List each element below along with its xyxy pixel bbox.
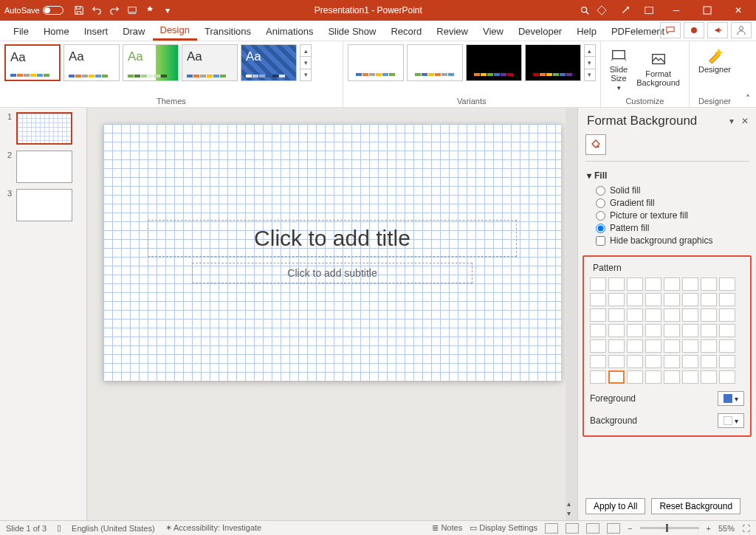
thumbnail-2[interactable]: 2 [3,151,83,183]
pattern-cell[interactable] [701,355,717,368]
pattern-cell[interactable] [682,339,698,353]
pattern-cell[interactable] [590,339,606,353]
autosave-toggle[interactable]: AutoSave [4,6,63,15]
pattern-cell[interactable] [608,339,625,353]
theme-swatch-2[interactable]: Aa [63,44,120,81]
pattern-cell-selected[interactable] [608,370,625,384]
redo-icon[interactable] [106,2,123,18]
fill-section-toggle[interactable]: ▾Fill [587,170,747,181]
background-color-dropdown[interactable]: ▾ [718,413,744,428]
zoom-out-icon[interactable]: − [628,524,632,533]
pattern-cell[interactable] [645,339,662,353]
tab-help[interactable]: Help [569,21,604,41]
tab-draw[interactable]: Draw [115,21,152,41]
ribbon-display-icon[interactable] [638,0,660,21]
account-icon[interactable] [731,22,752,38]
pattern-fill-radio[interactable]: Pattern fill [596,223,747,233]
pattern-cell[interactable] [682,277,698,291]
touch-mode-icon[interactable] [142,2,158,18]
pattern-cell[interactable] [627,308,643,322]
pattern-cell[interactable] [664,293,680,306]
pattern-cell[interactable] [719,308,735,322]
minimize-button[interactable]: ─ [662,0,691,21]
comments-button[interactable] [660,22,681,38]
tab-record[interactable]: Record [383,21,429,41]
designer-button[interactable]: Designer [694,44,735,77]
diamond-icon[interactable] [591,0,613,21]
pattern-cell[interactable] [608,355,625,368]
theme-swatch-3[interactable]: Aa [123,44,179,81]
tab-developer[interactable]: Developer [511,21,569,41]
theme-swatch-4[interactable]: Aa [182,44,238,81]
pattern-cell[interactable] [608,277,625,291]
pattern-cell[interactable] [682,293,698,306]
pattern-cell[interactable] [719,293,735,306]
pattern-cell[interactable] [719,370,735,384]
next-slide-icon[interactable]: ▾ [567,509,571,517]
pattern-cell[interactable] [590,355,606,368]
prev-slide-icon[interactable]: ▴ [567,500,571,508]
undo-icon[interactable] [89,2,105,18]
pattern-cell[interactable] [701,339,717,353]
pattern-cell[interactable] [701,324,717,337]
pattern-cell[interactable] [682,324,698,337]
pattern-cell[interactable] [719,324,735,337]
maximize-button[interactable] [693,0,722,21]
tab-slideshow[interactable]: Slide Show [320,21,383,41]
pattern-cell[interactable] [645,324,662,337]
pattern-cell[interactable] [645,277,662,291]
share-button[interactable] [707,22,728,38]
pattern-cell[interactable] [627,277,643,291]
pattern-cell[interactable] [664,370,680,384]
tab-animations[interactable]: Animations [258,21,320,41]
zoom-slider[interactable] [640,527,699,529]
pattern-cell[interactable] [701,277,717,291]
language-status[interactable]: English (United States) [72,524,155,533]
sorter-view-icon[interactable] [566,523,579,534]
pattern-cell[interactable] [664,355,680,368]
subtitle-placeholder[interactable]: Click to add subtitle [192,263,472,283]
pattern-cell[interactable] [682,370,698,384]
pattern-cell[interactable] [645,370,662,384]
editor-scrollbar[interactable]: ▴▾ [566,108,577,520]
pattern-cell[interactable] [627,324,643,337]
pattern-cell[interactable] [701,370,717,384]
slide-count[interactable]: Slide 1 of 3 [6,524,47,533]
collapse-ribbon-icon[interactable]: ˄ [740,41,756,107]
pattern-cell[interactable] [590,324,606,337]
pattern-cell[interactable] [627,355,643,368]
thumbnail-1[interactable]: 1 [3,112,83,145]
search-icon[interactable] [579,4,591,16]
tab-file[interactable]: File [6,21,36,41]
qat-more-icon[interactable]: ▾ [159,2,176,18]
normal-view-icon[interactable] [545,523,558,534]
pattern-cell[interactable] [664,339,680,353]
variants-more-dropdown[interactable]: ▴▾▾ [584,44,596,81]
record-button[interactable] [684,22,704,38]
pattern-cell[interactable] [608,324,625,337]
tab-insert[interactable]: Insert [77,21,116,41]
pane-options-icon[interactable]: ▾ [729,116,734,126]
pattern-cell[interactable] [590,277,606,291]
zoom-in-icon[interactable]: + [707,524,711,533]
pattern-cell[interactable] [590,308,606,322]
pattern-cell[interactable] [682,308,698,322]
pattern-cell[interactable] [719,355,735,368]
toggle-off[interactable] [43,6,63,15]
close-button[interactable]: ✕ [724,0,753,21]
fit-to-window-icon[interactable]: ⛶ [742,524,750,533]
pattern-cell[interactable] [645,293,662,306]
title-placeholder[interactable]: Click to add title [148,220,517,257]
reset-background-button[interactable]: Reset Background [651,498,740,514]
notes-button[interactable]: ≣ Notes [432,523,462,533]
coming-soon-icon[interactable] [614,0,636,21]
pattern-cell[interactable] [627,293,643,306]
pane-close-icon[interactable]: ✕ [741,116,749,126]
hide-bg-check[interactable]: Hide background graphics [596,235,747,246]
pattern-cell[interactable] [701,293,717,306]
pattern-cell[interactable] [719,277,735,291]
fill-tab-icon[interactable] [585,134,606,155]
solid-fill-radio[interactable]: Solid fill [596,185,747,196]
pattern-cell[interactable] [682,355,698,368]
slide-canvas[interactable]: Click to add title Click to add subtitle [103,124,561,381]
